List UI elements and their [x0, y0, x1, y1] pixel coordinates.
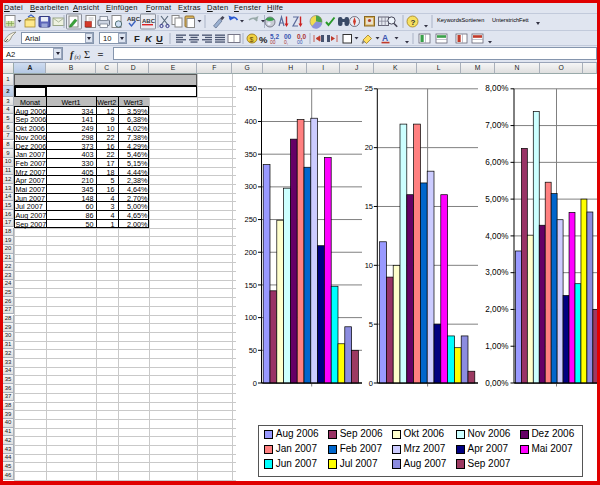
svg-text:25: 25 [365, 84, 373, 93]
svg-text:10: 10 [365, 261, 373, 270]
svg-text:3,00%: 3,00% [485, 268, 508, 277]
svg-text:350: 350 [244, 150, 257, 159]
svg-text:2,00%: 2,00% [485, 305, 508, 314]
svg-text:8,00%: 8,00% [485, 84, 508, 93]
svg-text:5,00%: 5,00% [485, 195, 508, 204]
svg-text:20: 20 [365, 143, 373, 152]
svg-text:50: 50 [249, 346, 257, 355]
svg-text:400: 400 [244, 117, 257, 126]
svg-text:300: 300 [244, 182, 257, 191]
svg-text:0,00%: 0,00% [485, 379, 508, 388]
svg-text:450: 450 [244, 84, 257, 93]
svg-text:6,00%: 6,00% [485, 158, 508, 167]
svg-text:200: 200 [244, 248, 257, 257]
svg-text:0: 0 [369, 379, 373, 388]
svg-text:150: 150 [244, 281, 257, 290]
svg-text:250: 250 [244, 215, 257, 224]
svg-text:5: 5 [369, 320, 373, 329]
svg-text:0: 0 [253, 379, 257, 388]
svg-text:100: 100 [244, 313, 257, 322]
svg-text:1,00%: 1,00% [485, 342, 508, 351]
svg-text:15: 15 [365, 202, 373, 211]
svg-text:4,00%: 4,00% [485, 232, 508, 241]
svg-text:7,00%: 7,00% [485, 121, 508, 130]
